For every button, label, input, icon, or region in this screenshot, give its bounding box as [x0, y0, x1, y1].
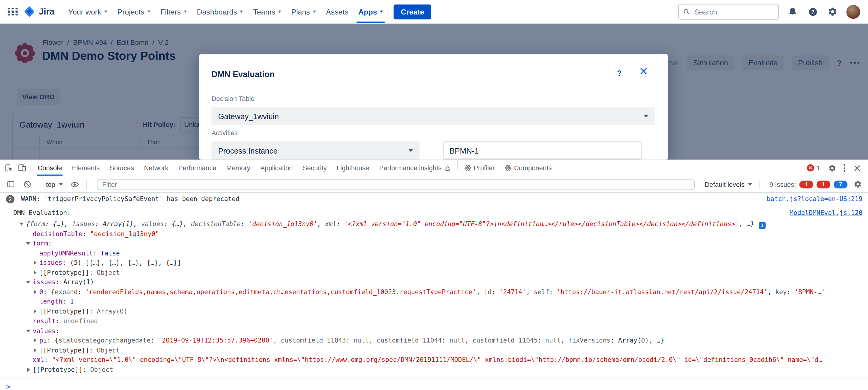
- devtools-tab-console[interactable]: Console: [33, 160, 67, 176]
- console-tree-row[interactable]: [[Prototype]]: Array(0): [0, 307, 868, 316]
- info-icon[interactable]: i: [759, 222, 765, 229]
- tab-label: Lighthouse: [337, 164, 369, 172]
- decision-table-select[interactable]: Gateway_1wviuin: [211, 107, 655, 125]
- inspect-element-icon[interactable]: [2, 161, 16, 174]
- console-token: :: [89, 346, 97, 354]
- nav-right-cluster: ?: [678, 4, 868, 20]
- source-link[interactable]: ModalDMNEval.js:120: [790, 209, 863, 217]
- javascript-context-select[interactable]: top: [44, 180, 65, 188]
- devtools-tab-components[interactable]: Components: [500, 160, 557, 176]
- console-token: ,: [561, 336, 568, 344]
- device-toolbar-icon[interactable]: [16, 161, 29, 174]
- help-icon[interactable]: ?: [807, 5, 819, 18]
- console-token: customfield_11043: [281, 336, 346, 344]
- nav-item-projects[interactable]: Projects: [112, 0, 156, 23]
- console-token: :: [62, 298, 70, 305]
- console-tree-row[interactable]: pi: {statuscategorychangedate: '2019-09-…: [0, 336, 868, 345]
- console-settings-gear-icon[interactable]: [851, 177, 864, 191]
- create-button[interactable]: Create: [394, 4, 431, 19]
- expand-arrow-icon[interactable]: [34, 289, 36, 294]
- console-tree-row[interactable]: 0: {expand: 'renderedFields,names,schema…: [0, 287, 868, 297]
- tab-label: Profiler: [473, 164, 495, 172]
- devtools-tab-performance[interactable]: Performance: [173, 160, 221, 176]
- console-tree-row[interactable]: [[Prototype]]: Object: [0, 365, 868, 379]
- expand-arrow-icon[interactable]: [34, 348, 36, 352]
- issue-count-badge[interactable]: 1: [817, 180, 831, 188]
- notifications-icon[interactable]: [787, 5, 799, 18]
- source-link[interactable]: batch.js?locale=en-US:219: [767, 195, 862, 203]
- devtools-tab-security[interactable]: Security: [298, 160, 332, 176]
- expand-arrow-icon[interactable]: [34, 270, 36, 275]
- console-token: undefined: [63, 317, 98, 325]
- console-tree-row[interactable]: [[Prototype]]: Object: [0, 345, 868, 355]
- console-log-row: DMN Evaluation:ModalDMNEval.js:120: [0, 206, 868, 220]
- nav-item-filters[interactable]: Filters: [156, 0, 192, 23]
- console-token: pi: [39, 336, 47, 344]
- chevron-down-icon: [59, 183, 63, 186]
- console-token: id: [484, 288, 491, 296]
- issues-label[interactable]: 9 Issues:: [770, 180, 796, 188]
- console-tree-row[interactable]: form:: [0, 239, 868, 249]
- nav-item-teams[interactable]: Teams: [248, 0, 286, 23]
- prompt-chevron-icon: >: [6, 383, 10, 390]
- console-prompt[interactable]: >: [0, 379, 868, 390]
- modal-close-icon[interactable]: ×: [639, 65, 648, 77]
- clear-console-icon[interactable]: [21, 177, 34, 191]
- console-sidebar-icon[interactable]: [4, 177, 17, 191]
- collapse-arrow-icon[interactable]: [19, 223, 24, 226]
- console-token: form: [33, 240, 48, 247]
- devtools-tab-performance-insights[interactable]: Performance insights: [374, 160, 456, 176]
- app-switcher-icon[interactable]: [8, 7, 19, 16]
- tab-label: Performance insights: [379, 164, 441, 172]
- expand-arrow-icon[interactable]: [34, 260, 36, 265]
- console-filter-input[interactable]: [97, 179, 695, 190]
- eye-icon[interactable]: [68, 177, 81, 191]
- console-token: :: [537, 336, 545, 344]
- devtools-tab-network[interactable]: Network: [139, 160, 173, 176]
- expand-arrow-icon[interactable]: [34, 338, 36, 342]
- console-token: :: [78, 288, 85, 296]
- expand-arrow-icon[interactable]: [27, 367, 30, 371]
- devtools-tab-memory[interactable]: Memory: [221, 160, 255, 176]
- activity-id-input[interactable]: [443, 141, 642, 159]
- devtools-tab-elements[interactable]: Elements: [67, 160, 105, 176]
- activity-type-select[interactable]: Process Instance: [211, 141, 420, 159]
- console-token: 0: [39, 288, 43, 296]
- nav-item-dashboards[interactable]: Dashboards: [192, 0, 248, 23]
- console-tree-row[interactable]: issues: Array(1): [0, 278, 868, 287]
- devtools-tab-lighthouse[interactable]: Lighthouse: [332, 160, 374, 176]
- console-token: ,: [369, 336, 377, 344]
- devtools-tab-application[interactable]: Application: [255, 160, 298, 176]
- devtools-menu-icon[interactable]: [843, 164, 845, 172]
- console-tree-row[interactable]: values:: [0, 326, 868, 336]
- jira-logo[interactable]: Jira: [23, 5, 55, 18]
- modal-title: DMN Evaluation: [211, 69, 275, 79]
- settings-gear-icon[interactable]: [827, 5, 839, 18]
- console-tree-row[interactable]: issues: (5) [{…}, {…}, {…}, {…}, {…}]: [0, 258, 868, 268]
- collapse-arrow-icon[interactable]: [26, 242, 31, 245]
- devtools-tab-sources[interactable]: Sources: [105, 160, 139, 176]
- issue-count-badge[interactable]: 7: [834, 180, 847, 188]
- nav-item-apps[interactable]: Apps: [353, 0, 388, 23]
- nav-item-assets[interactable]: Assets: [321, 0, 353, 23]
- expand-arrow-icon[interactable]: [34, 309, 36, 313]
- nav-item-plans[interactable]: Plans: [286, 0, 321, 23]
- chevron-down-icon: [104, 10, 107, 13]
- console-token: statuscategorychangedate: [59, 336, 151, 344]
- console-token: ,: [526, 288, 534, 296]
- error-counter[interactable]: 1: [807, 164, 820, 172]
- devtools-settings-gear-icon[interactable]: [826, 161, 839, 174]
- console-token: form: [30, 220, 45, 228]
- search-input[interactable]: [693, 7, 774, 16]
- console-tree-row[interactable]: {form: {…}, issues: Array(1), values: {……: [0, 220, 868, 229]
- nav-item-your-work[interactable]: Your work: [63, 0, 112, 23]
- user-avatar[interactable]: [846, 5, 861, 19]
- devtools-close-icon[interactable]: [850, 161, 864, 174]
- collapse-arrow-icon[interactable]: [26, 281, 31, 284]
- collapse-arrow-icon[interactable]: [26, 330, 31, 332]
- console-tree-row[interactable]: [[Prototype]]: Object: [0, 268, 868, 278]
- log-levels-select[interactable]: Default levels: [703, 180, 754, 188]
- devtools-tab-profiler[interactable]: Profiler: [459, 160, 500, 176]
- issue-count-badge[interactable]: 1: [800, 180, 813, 188]
- modal-help-icon[interactable]: ?: [617, 68, 622, 77]
